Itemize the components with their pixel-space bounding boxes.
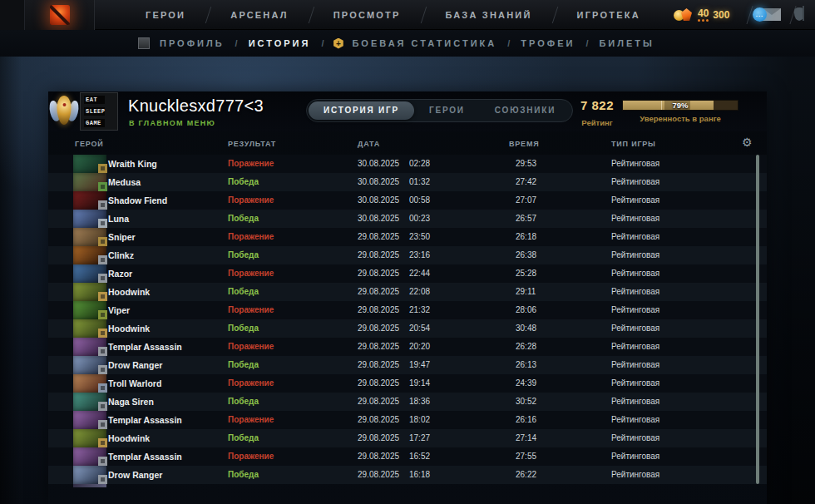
match-row[interactable]: Drow Ranger Победа 29.08.2025 19:47 26:1… xyxy=(48,356,767,374)
mail-button[interactable]: ... xyxy=(753,7,781,23)
portrait-badge xyxy=(98,438,107,447)
match-row[interactable]: Templar Assassin Поражение 29.08.2025 16… xyxy=(48,447,767,466)
match-duration: 30:48 xyxy=(516,324,536,333)
match-row[interactable]: Hoodwink Победа 29.08.2025 17:27 27:14 Р… xyxy=(48,429,767,447)
hero-portrait xyxy=(73,264,106,283)
column-header-type[interactable]: ТИП ИГРЫ xyxy=(611,140,656,148)
armory-icon[interactable] xyxy=(794,7,804,21)
hero-portrait xyxy=(73,191,106,210)
match-row[interactable]: Naga Siren Победа 29.08.2025 18:36 30:52… xyxy=(48,393,767,411)
player-avatar[interactable]: EAT SLEEP GAME xyxy=(80,92,118,131)
match-type: Рейтинговая xyxy=(611,415,659,424)
match-duration: 26:38 xyxy=(516,250,536,259)
subnav-item-trophies[interactable]: ТРОФЕИ xyxy=(517,38,578,48)
menu-item-gameroom[interactable]: ИГРОТЕКА xyxy=(555,1,663,29)
menu-item-arsenal[interactable]: АРСЕНАЛ xyxy=(208,1,310,29)
portrait-badge xyxy=(98,402,107,411)
menu-item-watch[interactable]: ПРОСМОТР xyxy=(311,1,423,29)
match-result: Победа xyxy=(228,177,259,186)
rank-confidence-block: 79% Уверенность в ранге xyxy=(622,100,738,123)
match-duration: 29:11 xyxy=(516,287,536,296)
match-row[interactable]: Hoodwink Победа 29.08.2025 22:08 29:11 Р… xyxy=(48,283,767,301)
menu-item-knowledge[interactable]: БАЗА ЗНАНИЙ xyxy=(423,1,555,29)
subnav-item-battle-stats[interactable]: БОЕВАЯ СТАТИСТИКА xyxy=(348,38,500,48)
column-header-result[interactable]: РЕЗУЛЬТАТ xyxy=(228,140,276,148)
match-duration: 27:55 xyxy=(516,452,536,461)
match-result: Победа xyxy=(228,397,259,406)
match-time: 23:16 xyxy=(409,250,430,259)
match-row[interactable]: Templar Assassin Поражение 29.08.2025 20… xyxy=(48,338,767,356)
match-date: 30.08.2025 xyxy=(358,177,399,186)
menu-item-heroes[interactable]: ГЕРОИ xyxy=(123,1,208,29)
match-row[interactable]: Drow Ranger Победа 29.08.2025 16:18 26:2… xyxy=(48,466,767,484)
match-row[interactable]: Luna Победа 30.08.2025 00:23 26:57 Рейти… xyxy=(48,210,767,228)
hero-portrait xyxy=(73,319,106,338)
match-date: 29.08.2025 xyxy=(358,324,399,333)
hero-portrait xyxy=(73,155,106,173)
match-row[interactable]: Medusa Победа 30.08.2025 01:32 27:42 Рей… xyxy=(48,173,767,191)
hero-portrait xyxy=(73,393,106,411)
subnav-item-history[interactable]: ИСТОРИЯ xyxy=(245,38,314,48)
match-result: Поражение xyxy=(228,269,274,278)
match-row[interactable]: Shadow Fiend Поражение 30.08.2025 00:58 … xyxy=(48,191,767,210)
subnav-separator: / xyxy=(321,38,324,48)
match-date: 29.08.2025 xyxy=(358,250,399,259)
tab-allies[interactable]: СОЮЗНИКИ xyxy=(480,101,570,120)
hero-portrait xyxy=(73,356,106,374)
portrait-badge xyxy=(98,164,107,173)
match-date: 29.08.2025 xyxy=(358,232,399,241)
match-type: Рейтинговая xyxy=(611,433,659,442)
match-row[interactable]: Troll Warlord Поражение 29.08.2025 19:14… xyxy=(48,374,767,393)
match-result: Поражение xyxy=(228,342,274,351)
match-row[interactable]: Viper Поражение 29.08.2025 21:32 28:06 Р… xyxy=(48,301,767,319)
hero-portrait xyxy=(73,466,106,484)
subnav-separator: / xyxy=(507,38,510,48)
match-duration: 27:14 xyxy=(516,433,536,442)
portrait-badge xyxy=(98,329,107,338)
match-row[interactable]: Clinkz Победа 29.08.2025 23:16 26:38 Рей… xyxy=(48,246,767,264)
match-row[interactable]: Wraith King Поражение 30.08.2025 02:28 2… xyxy=(48,155,767,173)
settings-gear-icon[interactable]: ⚙ xyxy=(742,136,753,149)
match-type: Рейтинговая xyxy=(611,378,659,388)
tab-heroes[interactable]: ГЕРОИ xyxy=(414,101,480,120)
portrait-badge xyxy=(98,255,107,264)
currency-primary-value: 40 xyxy=(698,9,709,18)
column-header-time[interactable]: ВРЕМЯ xyxy=(509,140,539,148)
list-scrollbar[interactable] xyxy=(756,155,759,484)
avatar-text-line: SLEEP xyxy=(84,107,105,116)
hero-portrait xyxy=(73,283,106,301)
currency-display[interactable]: 40 300 xyxy=(674,0,729,30)
match-duration: 26:13 xyxy=(516,360,536,369)
hero-name: Viper xyxy=(108,305,130,315)
match-row[interactable]: Templar Assassin Поражение 29.08.2025 18… xyxy=(48,411,767,429)
subnav-item-tickets[interactable]: БИЛЕТЫ xyxy=(595,38,657,48)
match-row[interactable]: Razor Поражение 29.08.2025 22:44 25:28 Р… xyxy=(48,264,767,283)
match-time: 18:02 xyxy=(409,415,430,424)
match-duration: 26:57 xyxy=(516,214,536,223)
match-duration: 28:06 xyxy=(516,305,536,314)
hero-name: Clinkz xyxy=(108,250,134,260)
match-row[interactable]: Hoodwink Победа 29.08.2025 20:54 30:48 Р… xyxy=(48,319,767,338)
dota-home-button[interactable] xyxy=(25,0,95,30)
hero-name: Sniper xyxy=(108,232,136,242)
match-type: Рейтинговая xyxy=(611,470,659,479)
hero-name: Medusa xyxy=(108,177,141,187)
top-navigation-bar: ГЕРОИ АРСЕНАЛ ПРОСМОТР БАЗА ЗНАНИЙ ИГРОТ… xyxy=(0,0,815,30)
match-result: Поражение xyxy=(228,305,274,314)
match-row[interactable]: Sniper Поражение 29.08.2025 23:50 26:18 … xyxy=(48,228,767,246)
portrait-badge xyxy=(98,237,107,246)
column-header-date[interactable]: ДАТА xyxy=(358,140,380,148)
hero-portrait xyxy=(73,338,106,356)
hero-name: Luna xyxy=(108,214,129,224)
subnav-item-profile[interactable]: ПРОФИЛЬ xyxy=(156,38,228,48)
portrait-badge xyxy=(98,292,107,301)
hero-portrait xyxy=(73,173,106,191)
match-result: Поражение xyxy=(228,195,274,205)
match-time: 19:47 xyxy=(409,360,430,369)
portrait-badge xyxy=(98,383,107,393)
column-header-hero[interactable]: ГЕРОЙ xyxy=(75,140,103,148)
profile-header: EAT SLEEP GAME Knucklesxd777<3 В ГЛАВНОМ… xyxy=(48,91,767,131)
hero-portrait xyxy=(73,429,106,447)
portrait-badge xyxy=(98,182,107,191)
tab-match-history[interactable]: ИСТОРИЯ ИГР xyxy=(309,101,414,120)
